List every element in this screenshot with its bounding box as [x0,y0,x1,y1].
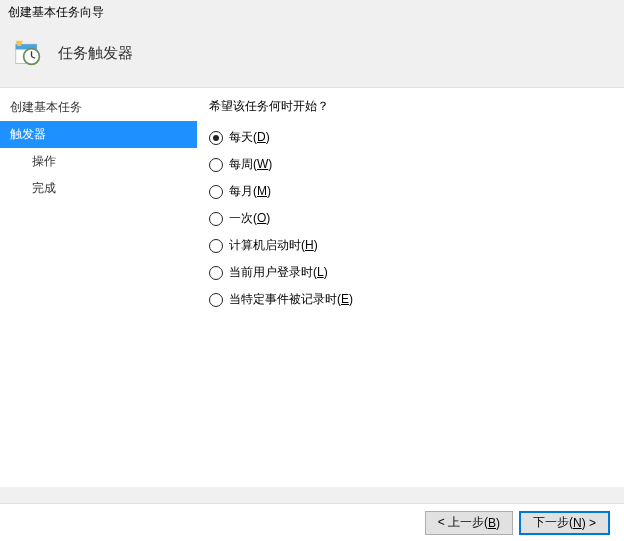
header-title: 任务触发器 [58,44,133,63]
radio-label: 当特定事件被记录时(E) [229,291,353,308]
radio-input[interactable] [209,131,223,145]
radio-on-logon[interactable]: 当前用户登录时(L) [209,264,608,281]
radio-label: 每天(D) [229,129,270,146]
radio-daily[interactable]: 每天(D) [209,129,608,146]
wizard-body: 创建基本任务 触发器 操作 完成 希望该任务何时开始？ 每天(D) 每周(W) … [0,87,624,487]
radio-label: 每周(W) [229,156,272,173]
radio-label: 每月(M) [229,183,271,200]
sidebar-item-action[interactable]: 操作 [0,148,197,175]
radio-label: 计算机启动时(H) [229,237,318,254]
back-button[interactable]: < 上一步(B) [425,511,513,535]
radio-input[interactable] [209,212,223,226]
radio-once[interactable]: 一次(O) [209,210,608,227]
sidebar-item-finish[interactable]: 完成 [0,175,197,202]
prompt-label: 希望该任务何时开始？ [209,98,608,115]
wizard-sidebar: 创建基本任务 触发器 操作 完成 [0,88,197,487]
radio-input[interactable] [209,239,223,253]
clock-icon [14,39,42,67]
radio-input[interactable] [209,158,223,172]
sidebar-item-create-task[interactable]: 创建基本任务 [0,94,197,121]
trigger-radio-group: 每天(D) 每周(W) 每月(M) 一次(O) 计算机启动时(H) 当前用户登录… [209,129,608,308]
radio-on-event[interactable]: 当特定事件被记录时(E) [209,291,608,308]
radio-weekly[interactable]: 每周(W) [209,156,608,173]
radio-input[interactable] [209,266,223,280]
radio-monthly[interactable]: 每月(M) [209,183,608,200]
sidebar-item-trigger[interactable]: 触发器 [0,121,197,148]
radio-input[interactable] [209,293,223,307]
wizard-content: 希望该任务何时开始？ 每天(D) 每周(W) 每月(M) 一次(O) 计算机启动… [197,88,624,487]
wizard-footer: < 上一步(B) 下一步(N) > [0,503,624,541]
window-title: 创建基本任务向导 [0,0,624,21]
radio-input[interactable] [209,185,223,199]
next-button[interactable]: 下一步(N) > [519,511,610,535]
radio-label: 一次(O) [229,210,270,227]
radio-on-startup[interactable]: 计算机启动时(H) [209,237,608,254]
wizard-header: 任务触发器 [0,21,624,87]
radio-label: 当前用户登录时(L) [229,264,328,281]
